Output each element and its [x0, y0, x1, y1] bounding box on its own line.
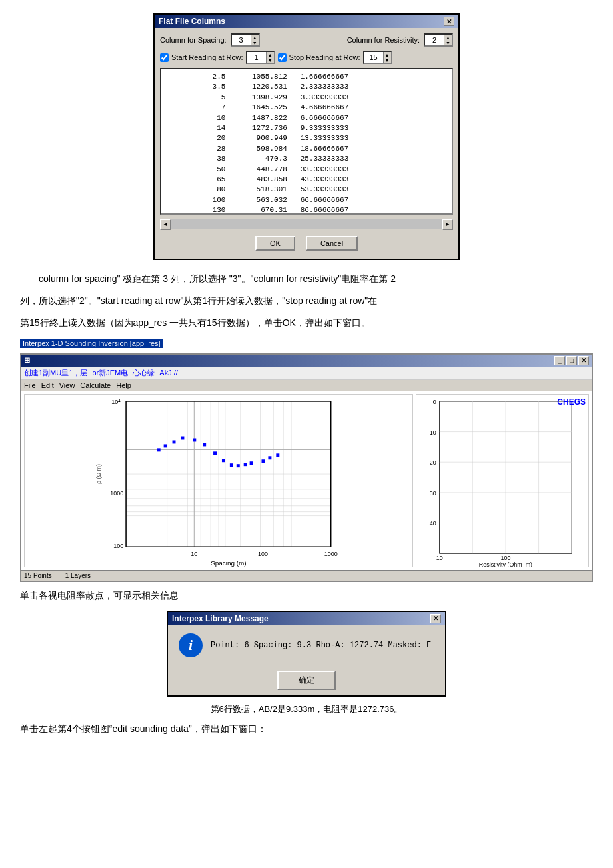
app-window: ⊞ _ □ ✕ 创建1副MU里1，层 or新JEM电 心心缘 AkJ // Fi…: [20, 353, 593, 582]
menu-view[interactable]: View: [59, 381, 75, 389]
svg-rect-40: [230, 463, 233, 467]
column-spacing-up[interactable]: ▲: [251, 35, 259, 40]
start-reading-input[interactable]: [247, 52, 266, 63]
dialog-close-button[interactable]: ✕: [444, 17, 454, 26]
svg-rect-43: [250, 461, 253, 465]
stop-reading-label: Stop Reading at Row:: [289, 53, 360, 61]
dialog-buttons: OK Cancel: [160, 233, 453, 253]
dialog-body: Column for Spacing: ▲ ▼ Column for Resis…: [155, 28, 458, 259]
svg-rect-42: [244, 463, 247, 466]
click-info-text: 单击各视电阻率散点，可显示相关信息: [20, 587, 593, 604]
svg-text:30: 30: [430, 489, 436, 496]
app-content: ρ (Ω·m) 100 1000 10⁴ 10 100 1000 Spacing…: [21, 391, 592, 570]
svg-rect-45: [268, 456, 271, 459]
layers-label: 1 Layers: [65, 572, 91, 579]
svg-rect-34: [173, 440, 176, 443]
app-title: ⊞: [24, 356, 30, 365]
app-footer: 15 Points 1 Layers: [21, 570, 592, 581]
explanation-text-3: 第15行终止读入数据（因为app_res 一共只有15行数据），单击OK，弹出如…: [20, 315, 593, 331]
svg-rect-46: [276, 453, 279, 457]
column-resistivity-spinbox[interactable]: ▲ ▼: [424, 33, 453, 47]
spacing-row: Column for Spacing: ▲ ▼ Column for Resis…: [160, 33, 453, 47]
stop-reading-input[interactable]: [364, 52, 383, 63]
data-table-container: 2.5 1055.812 1.666666667 3.5 1220.531 2.…: [160, 68, 453, 215]
svg-text:100: 100: [113, 543, 123, 549]
cancel-button[interactable]: Cancel: [306, 236, 358, 251]
app-menubar: File Edit View Calculate Help: [21, 380, 592, 391]
svg-text:100: 100: [258, 551, 268, 557]
menu-edit[interactable]: Edit: [41, 381, 54, 389]
points-label: 15 Points: [24, 572, 52, 579]
column-spacing-label: Column for Spacing:: [160, 36, 227, 44]
reading-row: Start Reading at Row: ▲ ▼ Stop Reading a…: [160, 51, 453, 64]
svg-text:20: 20: [430, 459, 436, 466]
stop-reading-arrows: ▲ ▼: [383, 52, 391, 63]
svg-rect-41: [237, 464, 240, 467]
svg-text:10⁴: 10⁴: [111, 398, 121, 405]
scroll-right-btn[interactable]: ►: [442, 219, 453, 230]
svg-text:ρ (Ω·m): ρ (Ω·m): [95, 464, 102, 484]
start-reading-checkbox[interactable]: [160, 53, 169, 62]
ok-button[interactable]: OK: [255, 236, 295, 251]
lib-dialog-title: Interpex Library Message: [172, 614, 269, 623]
app-label: Interpex 1-D Sounding Inversion [app_res…: [20, 339, 163, 348]
lib-message-dialog: Interpex Library Message ✕ i Point: 6 Sp…: [167, 611, 446, 697]
nav-link-4[interactable]: AkJ //: [159, 369, 178, 377]
nav-links: 创建1副MU里1，层 or新JEM电 心心缘 AkJ //: [21, 367, 592, 380]
nav-link-3[interactable]: 心心缘: [133, 369, 155, 377]
app-close-btn[interactable]: ✕: [578, 356, 589, 365]
nav-link-2[interactable]: or新JEM电: [92, 369, 128, 377]
right-chart-svg: 0 10 20 30 40 10 100 Resistivity (Ohm ·m…: [416, 395, 588, 567]
dialog-title: Flat File Columns: [159, 17, 225, 26]
lib-ok-button[interactable]: 确定: [277, 671, 336, 690]
nav-link-1[interactable]: 创建1副MU里1，层: [24, 369, 87, 377]
column-resistivity-label: Column for Resistivity:: [347, 36, 420, 44]
dialog-titlebar: Flat File Columns ✕: [155, 15, 458, 28]
stop-reading-spinbox[interactable]: ▲ ▼: [363, 51, 392, 64]
left-chart: ρ (Ω·m) 100 1000 10⁴ 10 100 1000 Spacing…: [24, 394, 413, 567]
chegs-label: CHEGS: [557, 397, 586, 407]
lib-dialog-body: i Point: 6 Spacing: 9.3 Rho-A: 1272.74 M…: [168, 625, 445, 665]
app-minimize-btn[interactable]: _: [554, 356, 565, 365]
menu-calculate[interactable]: Calculate: [80, 381, 111, 389]
svg-rect-36: [193, 438, 196, 441]
column-resistivity-down[interactable]: ▼: [444, 40, 452, 45]
app-label-container: Interpex 1-D Sounding Inversion [app_res…: [20, 337, 593, 348]
text4: 第15行终止读入数据（因为app_res 一共只有15行数据），单击OK，弹出如…: [20, 317, 370, 328]
lib-message: Point: 6 Spacing: 9.3 Rho-A: 1272.74 Mas…: [211, 641, 431, 650]
column-resistivity-up[interactable]: ▲: [444, 35, 452, 40]
svg-text:10: 10: [436, 555, 443, 561]
svg-rect-44: [262, 459, 265, 463]
scrollbar-track[interactable]: [171, 219, 442, 229]
column-spacing-arrows: ▲ ▼: [251, 35, 259, 45]
explanation-text-1: column for spacing" 极距在第 3 列，所以选择 "3"。"c…: [20, 271, 593, 287]
scroll-left-btn[interactable]: ◄: [160, 219, 171, 230]
menu-help[interactable]: Help: [116, 381, 131, 389]
stop-reading-up[interactable]: ▲: [384, 52, 391, 57]
start-reading-spinbox[interactable]: ▲ ▼: [246, 51, 275, 64]
final-text: 单击左起第4个按钮图“edit sounding data”，弹出如下窗口：: [20, 721, 593, 737]
column-spacing-input[interactable]: [232, 35, 251, 45]
svg-text:40: 40: [430, 520, 436, 527]
menu-file[interactable]: File: [24, 381, 36, 389]
text3: 列，所以选择"2"。"start reading at row"从第1行开始读入…: [20, 295, 377, 306]
column-spacing-spinbox[interactable]: ▲ ▼: [231, 33, 260, 47]
lib-dialog-footer: 确定: [168, 665, 445, 695]
column-resistivity-input[interactable]: [425, 35, 444, 45]
start-reading-down[interactable]: ▼: [267, 57, 274, 63]
horizontal-scrollbar[interactable]: ◄ ►: [160, 219, 453, 229]
svg-rect-32: [157, 448, 161, 451]
lib-dialog-close-btn[interactable]: ✕: [430, 614, 441, 623]
text1: column for spacing" 极距在第 3 列，所以选择 "3"。"c…: [20, 273, 388, 284]
svg-text:Resistivity (Ohm ·m): Resistivity (Ohm ·m): [479, 561, 532, 567]
column-spacing-down[interactable]: ▼: [251, 40, 259, 45]
app-maximize-btn[interactable]: □: [566, 356, 577, 365]
stop-reading-checkbox[interactable]: [278, 53, 287, 62]
explanation-text-2: 列，所以选择"2"。"start reading at row"从第1行开始读入…: [20, 293, 593, 309]
stop-reading-down[interactable]: ▼: [384, 57, 391, 63]
text5: 单击各视电阻率散点，可显示相关信息: [20, 590, 179, 601]
start-reading-up[interactable]: ▲: [267, 52, 274, 57]
svg-text:1000: 1000: [324, 551, 338, 557]
svg-text:100: 100: [501, 555, 511, 561]
info-icon: i: [179, 633, 203, 657]
